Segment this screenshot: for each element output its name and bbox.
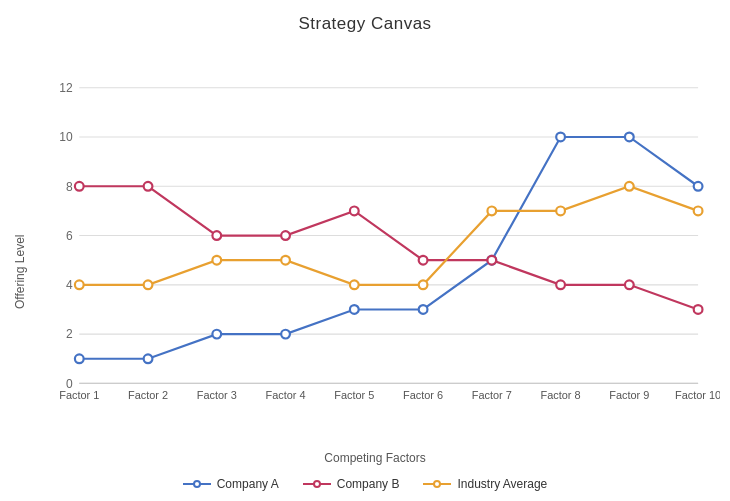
legend-line-avg <box>423 483 451 485</box>
x-axis-label: Competing Factors <box>30 449 720 469</box>
svg-point-32 <box>556 133 565 142</box>
svg-text:Factor 2: Factor 2 <box>128 389 168 401</box>
legend-dot-avg <box>433 480 441 488</box>
svg-point-40 <box>419 256 428 265</box>
svg-point-47 <box>212 256 221 265</box>
legend-dot-b <box>313 480 321 488</box>
svg-text:Factor 7: Factor 7 <box>472 389 512 401</box>
svg-point-29 <box>350 305 359 314</box>
legend-item-company-b: Company B <box>303 477 400 491</box>
svg-point-36 <box>144 182 153 191</box>
svg-point-44 <box>694 305 703 314</box>
svg-point-28 <box>281 330 290 339</box>
svg-point-38 <box>281 231 290 240</box>
svg-point-46 <box>144 280 153 289</box>
legend-line-b <box>303 483 331 485</box>
svg-point-54 <box>694 207 703 216</box>
svg-point-41 <box>487 256 496 265</box>
svg-point-27 <box>212 330 221 339</box>
svg-text:Factor 1: Factor 1 <box>59 389 99 401</box>
svg-text:12: 12 <box>59 81 73 95</box>
y-axis-label: Offering Level <box>10 44 30 469</box>
svg-text:6: 6 <box>66 229 73 243</box>
svg-point-51 <box>487 207 496 216</box>
svg-text:2: 2 <box>66 328 73 342</box>
legend-label-a: Company A <box>217 477 279 491</box>
svg-point-37 <box>212 231 221 240</box>
legend-line-a <box>183 483 211 485</box>
svg-point-50 <box>419 280 428 289</box>
svg-text:Factor 9: Factor 9 <box>609 389 649 401</box>
svg-point-49 <box>350 280 359 289</box>
svg-point-34 <box>694 182 703 191</box>
svg-text:Factor 5: Factor 5 <box>334 389 374 401</box>
legend-item-company-a: Company A <box>183 477 279 491</box>
chart-title: Strategy Canvas <box>298 14 431 34</box>
svg-text:Factor 4: Factor 4 <box>265 389 305 401</box>
chart-legend: Company A Company B Industry Average <box>183 469 548 501</box>
svg-text:Factor 8: Factor 8 <box>541 389 581 401</box>
chart-container: Strategy Canvas Offering Level 024681012… <box>0 0 730 501</box>
svg-point-26 <box>144 354 153 363</box>
svg-point-25 <box>75 354 84 363</box>
svg-point-48 <box>281 256 290 265</box>
strategy-canvas-chart: 024681012Factor 1Factor 2Factor 3Factor … <box>30 44 720 449</box>
svg-point-42 <box>556 280 565 289</box>
svg-point-43 <box>625 280 634 289</box>
svg-point-52 <box>556 207 565 216</box>
legend-label-avg: Industry Average <box>457 477 547 491</box>
svg-text:10: 10 <box>59 130 73 144</box>
svg-text:Factor 3: Factor 3 <box>197 389 237 401</box>
svg-text:Factor 6: Factor 6 <box>403 389 443 401</box>
svg-point-39 <box>350 207 359 216</box>
svg-text:8: 8 <box>66 180 73 194</box>
svg-text:Factor 10: Factor 10 <box>675 389 720 401</box>
svg-point-33 <box>625 133 634 142</box>
legend-dot-a <box>193 480 201 488</box>
legend-item-industry-avg: Industry Average <box>423 477 547 491</box>
svg-text:4: 4 <box>66 278 73 292</box>
svg-point-35 <box>75 182 84 191</box>
svg-point-45 <box>75 280 84 289</box>
svg-point-30 <box>419 305 428 314</box>
svg-point-53 <box>625 182 634 191</box>
legend-label-b: Company B <box>337 477 400 491</box>
